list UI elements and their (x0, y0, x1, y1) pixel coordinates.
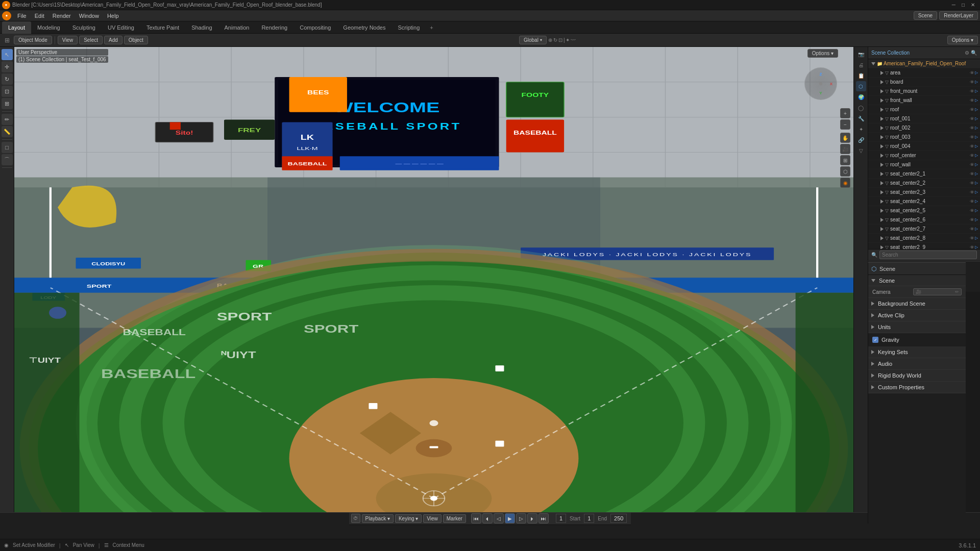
window-maximize[interactable]: □ (959, 2, 968, 8)
jump-start-btn[interactable]: ⏮ (471, 513, 481, 523)
custom-props-header-props[interactable]: Custom Properties (868, 382, 966, 393)
audio-header-props[interactable]: Audio (868, 358, 966, 369)
tool-cursor[interactable]: ↖ (2, 49, 13, 60)
outliner-item-seat-center2-5[interactable]: ▽ seat_center2_5 👁 ▷ (868, 206, 980, 215)
transform-global[interactable]: Global ▾ (519, 36, 547, 44)
select-menu[interactable]: Select (79, 36, 103, 44)
tab-rendering[interactable]: Rendering (255, 21, 293, 34)
keying-menu[interactable]: Keying ▾ (395, 514, 422, 523)
marker-menu[interactable]: Marker (443, 514, 466, 523)
outliner-item-seat-center2-9[interactable]: ▽ seat_center2_9 👁 ▷ (868, 243, 980, 249)
pan-btn[interactable]: ✋ (840, 133, 850, 143)
window-close[interactable]: ✕ (968, 2, 978, 8)
view-layer-icon[interactable]: 📋 (856, 70, 866, 81)
menu-window[interactable]: Window (75, 12, 103, 20)
tab-sculpting[interactable]: Sculpting (66, 21, 102, 34)
menu-help[interactable]: Help (103, 12, 123, 20)
item-eye-board[interactable]: 👁 (970, 80, 974, 85)
tool-rotate[interactable]: ↻ (2, 73, 13, 85)
zoom-in-btn[interactable]: + (840, 108, 850, 118)
scene-props-icon[interactable]: ⬡ (856, 81, 866, 91)
playback-menu[interactable]: Playback ▾ (362, 514, 394, 523)
end-frame-display[interactable]: 250 (610, 514, 627, 523)
scene-subsection-header[interactable]: Scene (868, 275, 966, 286)
outliner-item-roof-wall[interactable]: ▽ roof_wall 👁 ▷ (868, 160, 980, 169)
outliner-item-seat-center2-8[interactable]: ▽ seat_center2_8 👁 ▷ (868, 234, 980, 243)
active-clip-header-props[interactable]: Active Clip (868, 310, 966, 321)
outliner-item-front-mount[interactable]: ▽ front_mount 👁 ▷ (868, 87, 980, 96)
tab-animation[interactable]: Animation (218, 21, 256, 34)
modifier-props-icon[interactable]: 🔧 (856, 113, 866, 123)
blender-icon[interactable]: ● (2, 11, 11, 20)
outliner-item-roof-002[interactable]: ▽ roof_002 👁 ▷ (868, 123, 980, 133)
next-frame-btn[interactable]: ⏵ (527, 513, 537, 523)
outliner-item-seat-center2-3[interactable]: ▽ seat_center2_3 👁 ▷ (868, 188, 980, 197)
camera-row-value[interactable]: 🎥 ✏ (913, 288, 962, 295)
add-menu[interactable]: Add (104, 36, 122, 44)
tool-transform[interactable]: ⊞ (2, 98, 13, 109)
output-props-icon[interactable]: 🖨 (856, 60, 866, 70)
tab-modeling[interactable]: Modeling (31, 21, 66, 34)
outliner-item-seat-center2-7[interactable]: ▽ seat_center2_7 👁 ▷ (868, 224, 980, 234)
render-props-icon[interactable]: 📷 (856, 49, 866, 59)
outliner-item-seat-center2-2[interactable]: ▽ seat_center2_2 👁 ▷ (868, 179, 980, 188)
next-keyframe-btn[interactable]: ▷ (516, 513, 526, 523)
outliner-item-roof-center[interactable]: ▽ roof_center 👁 ▷ (868, 151, 980, 160)
outliner-collection-root[interactable]: 📁 American_Family_Field_Open_Roof (868, 59, 980, 68)
outliner-item-roof[interactable]: ▽ roof 👁 ▷ (868, 105, 980, 114)
window-minimize[interactable]: ─ (949, 2, 959, 8)
object-props-icon[interactable]: ◯ (856, 103, 866, 113)
view-menu[interactable]: View (58, 36, 78, 44)
world-props-icon[interactable]: 🌍 (856, 92, 866, 102)
start-frame-display[interactable]: 1 (584, 514, 594, 523)
keying-sets-header-props[interactable]: Keying Sets (868, 346, 966, 358)
item-eye-area[interactable]: 👁 (970, 70, 974, 76)
outliner-item-seat-center2-6[interactable]: ▽ seat_center2_6 👁 ▷ (868, 215, 980, 224)
outliner-filter-icon[interactable]: ⚙ (965, 50, 969, 56)
particles-props-icon[interactable]: ✦ (856, 124, 866, 134)
tab-geometry-nodes[interactable]: Geometry Nodes (337, 21, 391, 34)
tool-scale[interactable]: ⊡ (2, 86, 13, 97)
prev-frame-btn[interactable]: ⏴ (482, 513, 493, 523)
viewport-options-button[interactable]: Options ▾ (807, 49, 838, 58)
menu-edit[interactable]: Edit (31, 12, 48, 20)
tool-add-cube[interactable]: □ (2, 142, 13, 153)
render-layer-selector[interactable]: RenderLayer (939, 11, 978, 20)
menu-render[interactable]: Render (48, 12, 75, 20)
shading-solid[interactable]: ◉ (840, 178, 850, 188)
view-menu-timeline[interactable]: View (423, 514, 442, 523)
play-btn[interactable]: ▶ (505, 513, 515, 523)
current-frame-display[interactable]: 1 (556, 514, 566, 523)
outliner-item-roof-003[interactable]: ▽ roof_003 👁 ▷ (868, 133, 980, 142)
outliner-item-seat-center2-1[interactable]: ▽ seat_center2_1 👁 ▷ (868, 169, 980, 179)
menu-file[interactable]: File (13, 12, 31, 20)
camera-btn[interactable]: 🎥 (840, 144, 850, 154)
outliner-item-board[interactable]: ▽ board 👁 ▷ (868, 78, 980, 87)
tool-measure[interactable]: 📏 (2, 126, 13, 137)
gravity-checkbox-props[interactable]: ✓ (872, 337, 878, 343)
outliner-item-roof-004[interactable]: ▽ roof_004 👁 ▷ (868, 142, 980, 151)
zoom-out-btn[interactable]: − (840, 119, 850, 130)
outliner-item-front-wall[interactable]: ▽ front_wall 👁 ▷ (868, 96, 980, 105)
tool-annotate[interactable]: ✏ (2, 114, 13, 125)
navigation-gizmo[interactable]: Z X Y (804, 67, 837, 100)
object-menu[interactable]: Object (124, 36, 148, 44)
outliner-item-area[interactable]: ▽ area 👁 ▷ (868, 68, 980, 78)
tab-uv-editing[interactable]: UV Editing (102, 21, 140, 34)
options-button[interactable]: Options ▾ (947, 36, 978, 44)
grid-btn[interactable]: ⊞ (840, 155, 850, 165)
constraints-icon[interactable]: 🔗 (856, 135, 866, 145)
timeline-icon[interactable]: ⏱ (351, 514, 360, 523)
outliner-item-seat-center2-4[interactable]: ▽ seat_center2_4 👁 ▷ (868, 197, 980, 206)
blender-logo[interactable]: ● (2, 1, 10, 9)
data-icon[interactable]: ▽ (856, 145, 866, 156)
viewport[interactable]: WELCOME BASEBALL SPORT BEES LK LLK·M BAS… (14, 47, 853, 523)
outliner-search-icon[interactable]: 🔍 (971, 50, 977, 56)
tab-shading[interactable]: Shading (185, 21, 218, 34)
units-header-props[interactable]: Units (868, 321, 966, 333)
tab-texture-paint[interactable]: Texture Paint (140, 21, 185, 34)
outliner-item-roof-001[interactable]: ▽ roof_001 👁 ▷ (868, 114, 980, 123)
rigid-body-world-header-props[interactable]: Rigid Body World (868, 370, 966, 381)
scene-selector[interactable]: Scene (914, 11, 937, 20)
object-mode-selector[interactable]: Object Mode (14, 36, 52, 44)
